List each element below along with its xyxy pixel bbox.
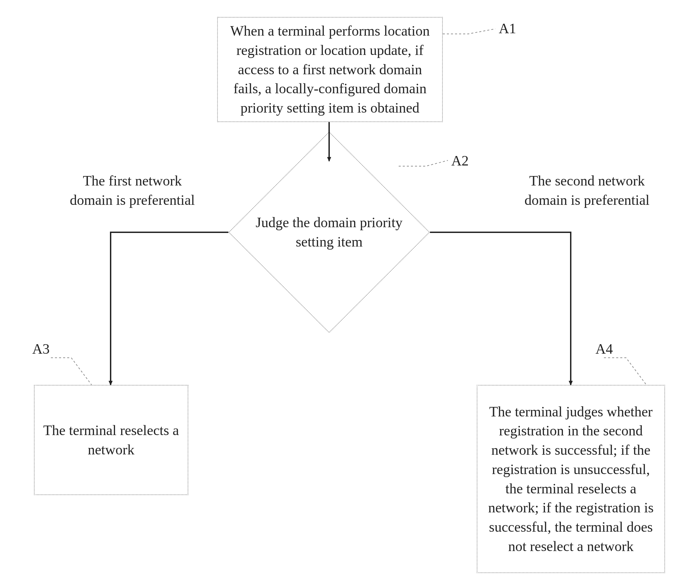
leader-line-a1 bbox=[443, 29, 495, 34]
arrows-overlay bbox=[0, 0, 700, 588]
leader-line-a2 bbox=[399, 160, 448, 166]
leader-line-a3 bbox=[51, 358, 92, 385]
arrow-a2-to-a3 bbox=[111, 232, 228, 385]
leader-line-a4 bbox=[604, 358, 646, 385]
arrow-a2-to-a4 bbox=[430, 232, 571, 385]
flowchart-canvas: When a terminal performs location regist… bbox=[0, 0, 700, 588]
